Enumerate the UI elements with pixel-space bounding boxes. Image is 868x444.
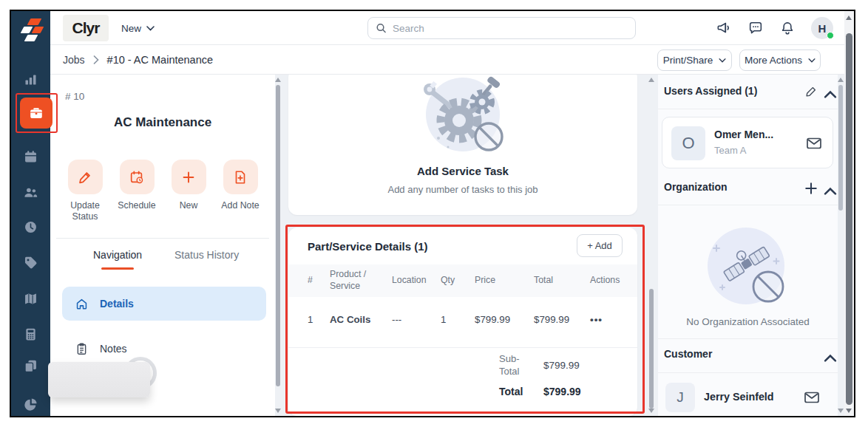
customer-header: Customer: [658, 348, 838, 366]
chevron-down-icon: [719, 58, 726, 63]
job-meta-panel: Users Assigned (1) O Omer Men... Team A …: [658, 75, 838, 416]
cell-index: 1: [308, 314, 330, 325]
assigned-user-card[interactable]: O Omer Men... Team A: [662, 117, 833, 168]
cell-location: ---: [392, 314, 441, 325]
schedule-button[interactable]: Schedule: [114, 160, 160, 223]
chevron-down-icon: [146, 26, 155, 31]
divider: [658, 372, 838, 373]
tab-status-history[interactable]: Status History: [174, 249, 239, 261]
sidebar-item-calendar[interactable]: [22, 148, 39, 165]
add-service-task-subtitle: Add any number of tasks to this job: [288, 184, 637, 195]
chevron-down-icon: [808, 58, 816, 63]
user-avatar[interactable]: H: [811, 17, 833, 39]
scroll-up-arrow[interactable]: [846, 16, 852, 20]
add-note-button[interactable]: Add Note: [217, 160, 263, 223]
page-scrollbar[interactable]: [844, 11, 854, 416]
col-header-product: Product / Service: [330, 269, 392, 293]
total-row: Total $799.99: [499, 385, 581, 398]
scroll-down-arrow[interactable]: [648, 409, 654, 413]
edit-pencil-icon[interactable]: [804, 85, 818, 98]
new-button[interactable]: New: [166, 160, 211, 223]
print-share-label: Print/Share: [663, 55, 713, 66]
quick-actions-row: Update Status Schedule New Add Note: [62, 160, 263, 223]
organization-title: Organization: [664, 181, 728, 193]
sidebar-item-analytics[interactable]: [22, 71, 39, 88]
notifications-bell-icon[interactable]: [779, 20, 796, 36]
gears-illustration-icon: [407, 75, 518, 159]
quick-action-label: New: [180, 200, 198, 211]
total-value: $799.99: [543, 386, 581, 397]
sidebar-item-tags[interactable]: [22, 254, 39, 271]
assigned-user-name: Omer Men...: [714, 129, 773, 140]
more-actions-button[interactable]: More Actions: [739, 49, 821, 71]
announcements-icon[interactable]: [716, 20, 732, 36]
add-plus-icon[interactable]: [804, 182, 818, 195]
online-status-dot: [827, 32, 834, 39]
tag-icon: [23, 255, 38, 270]
sidebar-item-time[interactable]: [22, 219, 39, 236]
col-header-actions: Actions: [590, 275, 633, 287]
clyr-logo[interactable]: Clyr: [63, 15, 109, 41]
center-panel-scrollbar[interactable]: [648, 75, 654, 416]
scrollbar-thumb[interactable]: [649, 289, 654, 409]
collapse-chevron-up-icon[interactable]: [824, 185, 837, 198]
breadcrumb-jobs-link[interactable]: Jobs: [63, 54, 85, 66]
calendar-clock-icon: [129, 169, 145, 185]
collapse-chevron-up-icon[interactable]: [824, 352, 837, 365]
search-box: [367, 17, 636, 39]
collapse-chevron-up-icon[interactable]: [824, 88, 837, 101]
sidebar-item-reports[interactable]: [22, 396, 39, 413]
total-label: Total: [499, 385, 533, 398]
add-service-task-card[interactable]: Add Service Task Add any number of tasks…: [288, 75, 637, 215]
job-number: # 10: [65, 91, 84, 102]
cell-qty: 1: [441, 314, 475, 325]
clyr-logo-text: Clyr: [72, 19, 100, 37]
job-title: AC Maintenance: [50, 115, 275, 130]
tab-navigation[interactable]: Navigation: [93, 249, 142, 261]
scroll-up-arrow[interactable]: [275, 78, 281, 82]
sidebar: [11, 11, 50, 416]
new-menu-label: New: [121, 23, 141, 34]
new-menu-button[interactable]: New: [121, 11, 155, 45]
users-assigned-title: Users Assigned (1): [664, 85, 757, 97]
no-organization-text: No Organization Associated: [658, 316, 838, 327]
sidebar-item-customers[interactable]: [22, 184, 39, 201]
cell-price: $799.99: [475, 314, 534, 325]
avatar-initial: H: [818, 22, 827, 35]
row-actions-menu[interactable]: •••: [590, 314, 633, 325]
scroll-down-arrow[interactable]: [275, 409, 281, 413]
email-envelope-icon[interactable]: [803, 389, 821, 406]
customer-avatar[interactable]: J: [665, 383, 695, 412]
sidebar-item-accounting[interactable]: [22, 326, 39, 343]
search-input[interactable]: [393, 23, 628, 34]
sidebar-item-details[interactable]: Details: [62, 287, 266, 321]
quick-action-label: Add Note: [221, 200, 259, 211]
col-header-price: Price: [475, 275, 534, 287]
sidebar-item-map[interactable]: [22, 290, 39, 307]
scrollbar-thumb[interactable]: [838, 85, 843, 211]
map-icon: [23, 291, 38, 307]
sidebar-item-jobs[interactable]: [20, 98, 52, 129]
page-scrollbar-thumb[interactable]: [846, 33, 852, 405]
add-part-button[interactable]: + Add: [577, 234, 623, 257]
scrollbar-thumb[interactable]: [276, 85, 280, 386]
print-share-button[interactable]: Print/Share: [657, 49, 732, 71]
right-panel-scrollbar[interactable]: [838, 75, 844, 416]
home-icon: [75, 297, 89, 311]
assigned-user-team: Team A: [714, 145, 746, 156]
scroll-down-arrow[interactable]: [846, 409, 852, 413]
chat-icon[interactable]: [747, 20, 764, 36]
users-icon: [23, 185, 38, 200]
scroll-down-arrow[interactable]: [838, 409, 844, 413]
email-envelope-icon[interactable]: [805, 134, 823, 152]
sidebar-item-documents[interactable]: [22, 358, 39, 375]
chevron-right-icon: [93, 55, 99, 64]
left-panel-scrollbar[interactable]: [275, 75, 281, 416]
scroll-up-arrow[interactable]: [648, 78, 654, 82]
subtotal-value: $799.99: [543, 360, 580, 371]
subtotal-row: Sub-Total $799.99: [499, 353, 581, 378]
scroll-up-arrow[interactable]: [838, 78, 844, 82]
breadcrumb-current: #10 - AC Maintenance: [107, 54, 213, 66]
update-status-button[interactable]: Update Status: [62, 160, 108, 223]
sidebar-item-notes[interactable]: Notes: [62, 332, 266, 365]
